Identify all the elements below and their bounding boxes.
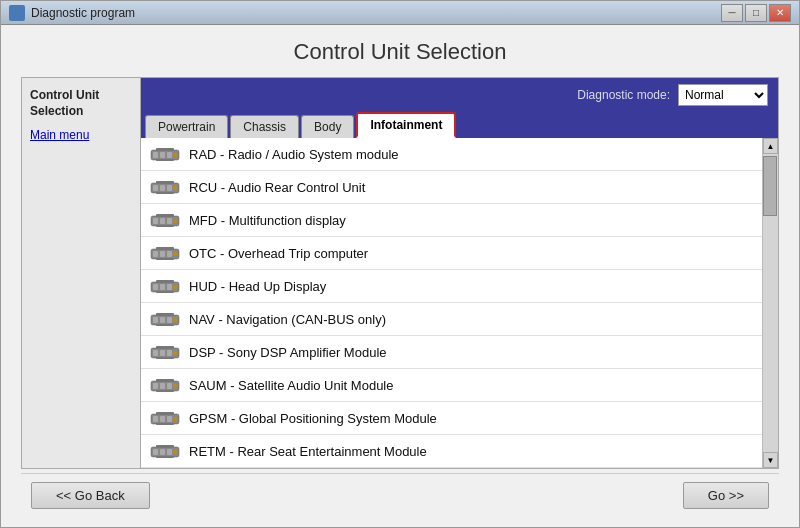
- list-item[interactable]: HUD - Head Up Display: [141, 270, 762, 303]
- tab-infotainment[interactable]: Infotainment: [356, 112, 456, 138]
- svg-rect-58: [160, 416, 165, 422]
- module-icon: [149, 243, 181, 263]
- scrollbar[interactable]: ▲ ▼: [762, 138, 778, 468]
- module-icon: [149, 210, 181, 230]
- svg-rect-33: [156, 280, 174, 283]
- module-icon: [149, 408, 181, 428]
- list-item-label: RCU - Audio Rear Control Unit: [189, 180, 365, 195]
- list-item-label: RAD - Radio / Audio System module: [189, 147, 399, 162]
- svg-rect-69: [156, 456, 174, 458]
- title-bar-left: Diagnostic program: [9, 5, 135, 21]
- svg-rect-17: [167, 218, 172, 224]
- svg-rect-54: [156, 379, 174, 382]
- svg-rect-26: [156, 247, 174, 250]
- list-item[interactable]: RETM - Rear Seat Entertainment Module: [141, 435, 762, 468]
- scroll-down-button[interactable]: ▼: [763, 452, 778, 468]
- svg-rect-2: [160, 152, 165, 158]
- svg-rect-38: [167, 317, 172, 323]
- svg-rect-48: [156, 357, 174, 359]
- svg-rect-12: [156, 181, 174, 184]
- go-back-button[interactable]: << Go Back: [31, 482, 150, 509]
- module-icon: [149, 144, 181, 164]
- tabs-area: Powertrain Chassis Body Infotainment: [141, 112, 778, 138]
- svg-rect-40: [156, 313, 174, 316]
- svg-rect-62: [156, 423, 174, 425]
- svg-rect-30: [160, 284, 165, 290]
- svg-point-32: [173, 285, 177, 289]
- svg-rect-8: [153, 185, 158, 191]
- svg-rect-59: [167, 416, 172, 422]
- close-button[interactable]: ✕: [769, 4, 791, 22]
- diagnostic-mode-select[interactable]: Normal Advanced: [678, 84, 768, 106]
- svg-rect-16: [160, 218, 165, 224]
- svg-rect-27: [156, 258, 174, 260]
- svg-rect-3: [167, 152, 172, 158]
- list-item-label: HUD - Head Up Display: [189, 279, 326, 294]
- list-item[interactable]: RCU - Audio Rear Control Unit: [141, 171, 762, 204]
- svg-rect-55: [156, 390, 174, 392]
- svg-rect-66: [167, 449, 172, 455]
- title-bar: Diagnostic program ─ □ ✕: [1, 1, 799, 25]
- list-container: RAD - Radio / Audio System module RCU - …: [141, 138, 762, 468]
- list-item-label: MFD - Multifunction display: [189, 213, 346, 228]
- module-icon: [149, 375, 181, 395]
- svg-rect-57: [153, 416, 158, 422]
- svg-rect-61: [156, 412, 174, 415]
- tab-body[interactable]: Body: [301, 115, 354, 138]
- svg-rect-15: [153, 218, 158, 224]
- svg-rect-52: [167, 383, 172, 389]
- list-item-label: RETM - Rear Seat Entertainment Module: [189, 444, 427, 459]
- page-title: Control Unit Selection: [21, 39, 779, 65]
- svg-point-46: [173, 351, 177, 355]
- list-item[interactable]: OTC - Overhead Trip computer: [141, 237, 762, 270]
- bottom-bar: << Go Back Go >>: [21, 473, 779, 517]
- list-item-label: SAUM - Satellite Audio Unit Module: [189, 378, 393, 393]
- svg-rect-1: [153, 152, 158, 158]
- minimize-button[interactable]: ─: [721, 4, 743, 22]
- list-item[interactable]: RAD - Radio / Audio System module: [141, 138, 762, 171]
- list-item[interactable]: DSP - Sony DSP Amplifier Module: [141, 336, 762, 369]
- go-forward-button[interactable]: Go >>: [683, 482, 769, 509]
- svg-rect-47: [156, 346, 174, 349]
- list-item[interactable]: MFD - Multifunction display: [141, 204, 762, 237]
- svg-rect-24: [167, 251, 172, 257]
- svg-point-18: [173, 219, 177, 223]
- scroll-up-button[interactable]: ▲: [763, 138, 778, 154]
- svg-point-60: [173, 417, 177, 421]
- list-item[interactable]: GPSM - Global Positioning System Module: [141, 402, 762, 435]
- svg-point-67: [173, 450, 177, 454]
- maximize-button[interactable]: □: [745, 4, 767, 22]
- main-menu-link[interactable]: Main menu: [30, 128, 89, 142]
- svg-rect-6: [156, 159, 174, 161]
- list-item-label: NAV - Navigation (CAN-BUS only): [189, 312, 386, 327]
- window-title: Diagnostic program: [31, 6, 135, 20]
- svg-point-39: [173, 318, 177, 322]
- svg-rect-45: [167, 350, 172, 356]
- svg-point-25: [173, 252, 177, 256]
- svg-point-53: [173, 384, 177, 388]
- list-item-label: DSP - Sony DSP Amplifier Module: [189, 345, 387, 360]
- list-item[interactable]: NAV - Navigation (CAN-BUS only): [141, 303, 762, 336]
- tab-chassis[interactable]: Chassis: [230, 115, 299, 138]
- svg-rect-29: [153, 284, 158, 290]
- list-item-label: OTC - Overhead Trip computer: [189, 246, 368, 261]
- tab-powertrain[interactable]: Powertrain: [145, 115, 228, 138]
- main-window: Diagnostic program ─ □ ✕ Control Unit Se…: [0, 0, 800, 528]
- svg-rect-13: [156, 192, 174, 194]
- title-bar-buttons: ─ □ ✕: [721, 4, 791, 22]
- list-area: RAD - Radio / Audio System module RCU - …: [141, 138, 778, 468]
- module-icon: [149, 177, 181, 197]
- svg-rect-20: [156, 225, 174, 227]
- module-icon: [149, 342, 181, 362]
- content-area: Control Unit Selection Control Unit Sele…: [1, 25, 799, 527]
- svg-rect-10: [167, 185, 172, 191]
- svg-rect-50: [153, 383, 158, 389]
- scroll-thumb[interactable]: [763, 156, 777, 216]
- svg-rect-5: [156, 148, 174, 151]
- sidebar-section-title: Control Unit Selection: [30, 88, 132, 119]
- svg-rect-23: [160, 251, 165, 257]
- module-icon: [149, 309, 181, 329]
- list-item[interactable]: SAUM - Satellite Audio Unit Module: [141, 369, 762, 402]
- svg-rect-64: [153, 449, 158, 455]
- svg-rect-19: [156, 214, 174, 217]
